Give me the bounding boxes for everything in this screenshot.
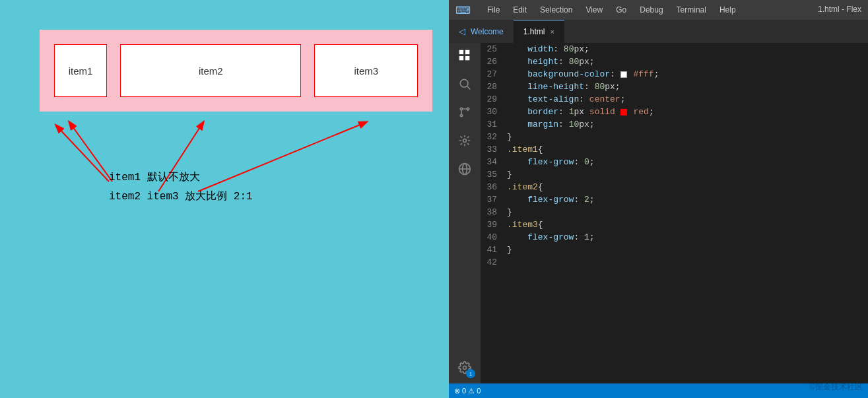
preview-area: item1 item2 item3 item1 默认不放大 item2 item… <box>0 0 449 398</box>
warning-count: 0 <box>477 387 481 395</box>
error-icon: ⊗ <box>454 387 460 395</box>
settings-badge: 1 <box>466 369 475 378</box>
tab-welcome-label: Welcome <box>471 27 504 36</box>
activity-search-icon[interactable] <box>455 75 474 93</box>
flex-item-1: item1 <box>54 44 107 97</box>
activity-git-icon[interactable] <box>455 103 474 121</box>
svg-rect-5 <box>459 50 463 54</box>
code-lines: 25 width: 80px; 26 height: 80px; 27 back… <box>481 43 868 269</box>
code-line-31: 31 margin: 10px; <box>481 118 868 131</box>
activity-bar: 1 <box>449 43 481 383</box>
code-line-33: 33 .item1{ <box>481 143 868 156</box>
menu-selection[interactable]: Selection <box>540 5 572 15</box>
menu-terminal[interactable]: Terminal <box>677 5 706 15</box>
activity-explorer-icon[interactable] <box>455 46 474 65</box>
svg-point-18 <box>463 366 467 370</box>
code-line-29: 29 text-align: center; <box>481 93 868 106</box>
code-line-34: 34 flex-grow: 0; <box>481 156 868 168</box>
menu-debug[interactable]: Debug <box>640 5 663 15</box>
tab-close-button[interactable]: × <box>550 28 554 36</box>
svg-point-13 <box>460 114 462 116</box>
menu-help[interactable]: Help <box>719 5 736 15</box>
tab-welcome[interactable]: ◁ Welcome <box>449 20 514 43</box>
status-errors[interactable]: ⊗ 0 ⚠ 0 <box>454 387 481 395</box>
tab-html-label: 1.html <box>523 27 545 36</box>
code-line-30: 30 border: 1px solid red; <box>481 106 868 118</box>
watermark: ©掘金技术社区 <box>809 381 863 393</box>
editor-content[interactable]: 25 width: 80px; 26 height: 80px; 27 back… <box>481 43 868 383</box>
menu-edit[interactable]: Edit <box>513 5 527 15</box>
code-line-40: 40 flex-grow: 1; <box>481 231 868 244</box>
vscode-body: 1 25 width: 80px; 26 height: 80px; 27 ba… <box>449 43 868 383</box>
vscode-titlebar: ⌨ File Edit Selection View Go Debug Term… <box>449 0 868 20</box>
vscode-tabs: ◁ Welcome 1.html × <box>449 20 868 43</box>
code-line-32: 32 } <box>481 131 868 143</box>
window-title: 1.html - Flex <box>818 5 861 14</box>
desc-line1: item1 默认不放大 <box>109 168 253 187</box>
activity-settings-icon[interactable]: 1 <box>455 358 474 377</box>
vscode-logo-icon: ⌨ <box>455 4 471 17</box>
code-line-35: 35 } <box>481 168 868 181</box>
description: item1 默认不放大 item2 item3 放大比例 2:1 <box>109 168 253 207</box>
svg-line-1 <box>69 122 112 182</box>
code-line-42: 42 <box>481 256 868 269</box>
warning-icon: ⚠ <box>468 387 475 395</box>
code-line-41: 41 } <box>481 244 868 256</box>
svg-point-14 <box>463 139 467 143</box>
code-line-27: 27 background-color: #fff; <box>481 68 868 81</box>
svg-line-4 <box>56 125 109 182</box>
flex-demo-container: item1 item2 item3 <box>40 30 432 112</box>
error-count: 0 <box>462 387 466 395</box>
activity-remote-icon[interactable] <box>455 160 474 178</box>
menu-view[interactable]: View <box>585 5 603 15</box>
code-line-25: 25 width: 80px; <box>481 43 868 55</box>
svg-rect-7 <box>465 50 469 54</box>
code-line-39: 39 .item3{ <box>481 218 868 231</box>
code-line-36: 36 .item2{ <box>481 181 868 193</box>
desc-line2: item2 item3 放大比例 2:1 <box>109 187 253 207</box>
welcome-icon: ◁ <box>459 26 465 36</box>
svg-point-9 <box>460 79 468 87</box>
vscode-statusbar: ⊗ 0 ⚠ 0 <box>449 383 868 398</box>
code-line-38: 38 } <box>481 206 868 218</box>
svg-point-11 <box>460 108 462 110</box>
menu-file[interactable]: File <box>487 5 500 15</box>
flex-item-2: item2 <box>120 44 301 97</box>
code-line-26: 26 height: 80px; <box>481 55 868 68</box>
code-line-37: 37 flex-grow: 2; <box>481 193 868 206</box>
svg-rect-8 <box>465 56 469 60</box>
code-line-28: 28 line-height: 80px; <box>481 81 868 93</box>
tab-html[interactable]: 1.html × <box>514 20 564 43</box>
flex-item-3: item3 <box>314 44 418 97</box>
activity-extensions-icon[interactable] <box>455 131 474 150</box>
svg-rect-6 <box>459 56 463 60</box>
menu-go[interactable]: Go <box>616 5 626 15</box>
svg-line-10 <box>467 86 471 90</box>
vscode-panel: ⌨ File Edit Selection View Go Debug Term… <box>449 0 868 398</box>
